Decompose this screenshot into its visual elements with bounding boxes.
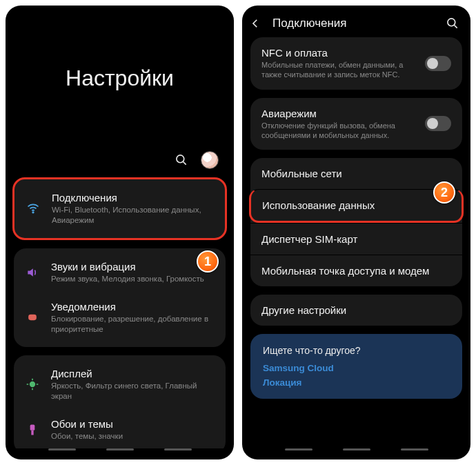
settings-row[interactable]: Обои и темыОбои, темы, значки [14,410,226,449]
row-subtitle: Обои, темы, значки [51,431,215,442]
row-title: Дисплей [51,368,215,379]
toggle-switch[interactable] [425,116,451,131]
svg-point-4 [30,382,35,387]
svg-point-2 [32,212,34,213]
svg-point-0 [177,155,184,163]
row-title: NFC и оплата [261,47,425,59]
connections-list: NFC и оплатаМобильные платежи, обмен дан… [242,37,470,399]
search-icon[interactable] [446,17,459,30]
settings-header: Настройки [6,6,234,151]
svg-point-11 [448,19,455,26]
row-subtitle: Яркость, Фильтр синего света, Главный эк… [51,381,215,402]
connections-row[interactable]: Мобильные сети [250,158,462,189]
avatar[interactable] [201,151,219,169]
row-title: Использование данных [262,199,450,211]
settings-row[interactable]: УведомленияБлокирование, разрешение, доб… [14,293,226,343]
settings-row[interactable]: ПодключенияWi-Fi, Bluetooth, Использован… [14,184,225,234]
back-icon[interactable] [249,17,264,30]
search-icon[interactable] [175,153,188,167]
theme-icon [25,423,40,437]
header-actions [6,151,234,177]
row-title: Уведомления [51,301,215,313]
toggle-switch[interactable] [425,56,451,71]
svg-line-1 [184,162,186,165]
nav-recents[interactable] [48,448,76,451]
row-subtitle: Мобильные платежи, обмен данными, а такж… [261,60,425,80]
row-title: Мобильная точка доступа и модем [261,265,451,277]
row-title: Диспетчер SIM-карт [261,233,451,245]
svg-rect-9 [30,424,35,430]
row-subtitle: Wi-Fi, Bluetooth, Использование данных, … [52,205,214,226]
connections-card: Мобильные сетиИспользование данныхДиспет… [250,158,462,286]
step-badge-2: 2 [433,181,455,204]
suggestions-heading: Ищете что-то другое? [263,345,450,356]
suggestion-link[interactable]: Samsung Cloud [263,363,450,373]
settings-list: ПодключенияWi-Fi, Bluetooth, Использован… [6,177,234,448]
wifi-icon [26,201,41,215]
settings-row[interactable]: ДисплейЯркость, Фильтр синего света, Гла… [14,359,226,410]
suggestion-link[interactable]: Локация [263,377,450,388]
row-subtitle: Блокирование, разрешение, добавление в п… [51,314,215,335]
android-navbar [6,448,234,459]
row-title: Мобильные сети [261,168,451,179]
svg-rect-10 [31,430,33,435]
row-subtitle: Режим звука, Мелодия звонка, Громкость [51,274,215,284]
connections-row[interactable]: NFC и оплатаМобильные платежи, обмен дан… [250,37,462,90]
notif-icon [25,310,40,324]
row-subtitle: Отключение функций вызова, обмена сообще… [261,121,425,141]
settings-card: Звуки и вибрацияРежим звука, Мелодия зво… [14,248,226,347]
nav-back[interactable] [401,448,428,451]
row-title: Авиарежим [261,108,425,119]
settings-row[interactable]: Звуки и вибрацияРежим звука, Мелодия зво… [14,253,226,293]
nav-home[interactable] [106,448,134,451]
phone-settings-root: Настройки ПодключенияWi-Fi, Bluetooth, И… [6,6,234,459]
connections-card: Другие настройки [250,295,462,326]
nav-home[interactable] [343,448,370,451]
connections-card: NFC и оплатаМобильные платежи, обмен дан… [250,37,462,90]
row-title: Звуки и вибрация [51,261,215,273]
nav-back[interactable] [164,448,192,451]
display-icon [25,377,40,391]
topbar: Подключения [242,6,470,37]
sound-icon [25,266,40,279]
page-title: Настройки [66,66,174,91]
row-title: Обои и темы [51,418,215,430]
svg-line-12 [455,26,457,28]
svg-rect-3 [28,315,37,320]
row-title: Другие настройки [261,304,451,316]
nav-recents[interactable] [285,448,313,451]
android-navbar [242,448,470,459]
page-title: Подключения [272,17,437,30]
phone-connections: Подключения NFC и оплатаМобильные платеж… [242,6,470,459]
connections-row[interactable]: Диспетчер SIM-карт [250,223,462,255]
settings-card: ДисплейЯркость, Фильтр синего света, Гла… [14,355,226,448]
suggestions-card: Ищете что-то другое?Samsung CloudЛокация [250,334,462,399]
connections-card: АвиарежимОтключение функций вызова, обме… [250,98,462,150]
connections-row[interactable]: Мобильная точка доступа и модем [250,255,462,286]
settings-card: ПодключенияWi-Fi, Bluetooth, Использован… [12,177,227,240]
step-badge-1: 1 [197,250,219,273]
connections-row[interactable]: АвиарежимОтключение функций вызова, обме… [250,98,462,150]
connections-row[interactable]: Использование данных [249,189,464,223]
connections-row[interactable]: Другие настройки [250,295,462,326]
row-title: Подключения [52,192,214,204]
